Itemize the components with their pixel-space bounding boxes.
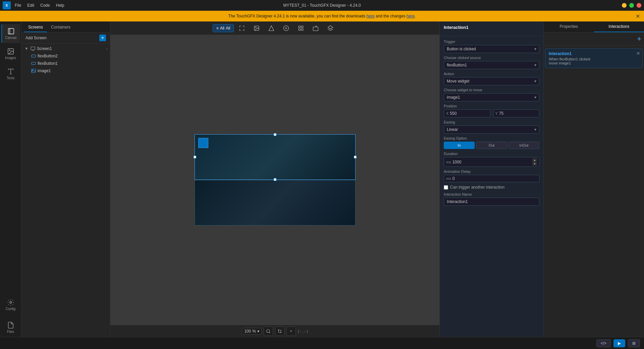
layer-icon [327, 25, 333, 31]
toolbar-layer[interactable] [324, 23, 337, 33]
svg-rect-19 [302, 29, 303, 30]
duration-stepper: ▲ ▼ [532, 158, 537, 165]
terminal-button[interactable]: ⊞ [628, 339, 640, 347]
play-button[interactable]: ▶ [613, 339, 625, 347]
interaction-name-input[interactable] [444, 198, 539, 206]
screen-panel: Screens Containers Add Screen + ▼ Screen… [21, 21, 110, 337]
easing-inout-button[interactable]: InOut [508, 142, 539, 149]
screen-panel-add: Add Screen + [21, 33, 110, 44]
sidebar-item-canvas[interactable]: Canvas [1, 24, 20, 43]
update-banner-close[interactable]: ✕ [636, 13, 640, 19]
sidebar-item-files[interactable]: Files [1, 318, 20, 337]
screen1-arrow: › [106, 47, 107, 51]
right-interactions-container: + Interaction1 When flexButton1 clicked … [544, 33, 644, 337]
widget-select[interactable]: image1 ▾ [444, 93, 539, 101]
bottom-toolbar: </> ▶ ⊞ [0, 337, 644, 349]
svg-marker-15 [269, 26, 274, 31]
canvas-button-widget[interactable] [198, 138, 208, 148]
action-select[interactable]: Move widget ▾ [444, 77, 539, 85]
canvas-screen-top[interactable] [195, 134, 356, 180]
canvas-content[interactable] [110, 35, 439, 325]
update-text: The TouchGFX Designer 4.24.1 is now avai… [228, 14, 366, 18]
code-button[interactable]: </> [596, 339, 611, 347]
trigger-value: Button is clicked [447, 47, 476, 51]
flex-icon [239, 25, 245, 31]
right-interactions-body: Interaction1 When flexButton1 clicked mo… [544, 46, 644, 337]
source-label: Choose clicked source [444, 56, 539, 60]
easing-select[interactable]: Linear ▾ [444, 126, 539, 134]
source-select[interactable]: flexButton1 ▾ [444, 61, 539, 69]
action-group: Action Move widget ▾ [444, 72, 539, 85]
toolbar-container[interactable] [309, 23, 322, 33]
texts-label: Texts [7, 76, 14, 80]
toolbar-widget[interactable] [294, 23, 308, 33]
zoom-dropdown-icon[interactable]: ▾ [257, 329, 259, 334]
sidebar-item-config[interactable]: Config [1, 295, 20, 314]
position-inputs: X Y [444, 109, 539, 117]
position-group: Position X Y [444, 104, 539, 117]
flexbutton2-label: flexButton2 [38, 54, 107, 58]
duration-input[interactable] [452, 160, 473, 164]
update-link-2[interactable]: here [407, 14, 415, 18]
trigger-select[interactable]: Button is clicked ▾ [444, 45, 539, 53]
tree-expand-screen1[interactable]: ▼ [24, 46, 29, 51]
toolbar-all[interactable]: ≡ All All [213, 24, 234, 32]
duration-down[interactable]: ▼ [532, 162, 537, 165]
menu-help[interactable]: Help [53, 2, 67, 9]
canvas-toolbar: ≡ All All [110, 21, 439, 35]
minimize-button[interactable] [622, 3, 627, 8]
tab-screens[interactable]: Screens [24, 23, 47, 32]
can-trigger-checkbox[interactable] [444, 185, 448, 190]
action-arrow: ▾ [534, 79, 536, 84]
image-tree-icon [31, 68, 36, 73]
play-icon: ▶ [618, 341, 621, 346]
add-interaction-button[interactable]: + [637, 35, 641, 43]
interaction-card-1[interactable]: Interaction1 When flexButton1 clicked mo… [545, 48, 643, 68]
tab-interactions[interactable]: Interactions [594, 21, 644, 32]
add-screen-button[interactable]: + [99, 35, 106, 41]
tree-item-flexbutton1[interactable]: flexButton1 [21, 60, 110, 67]
position-label: Position [444, 104, 539, 108]
easing-out-button[interactable]: Out [476, 142, 507, 149]
interaction-card-close[interactable]: ✕ [636, 51, 640, 56]
tab-properties[interactable]: Properties [544, 21, 594, 32]
update-link-1[interactable]: here [367, 14, 375, 18]
toolbar-paint[interactable] [279, 23, 293, 33]
close-button[interactable] [637, 3, 641, 8]
interaction-card-desc-2: move image1 [549, 61, 639, 65]
anim-delay-input[interactable] [452, 176, 473, 181]
easing-in-button[interactable]: In [444, 142, 475, 149]
y-input[interactable] [499, 111, 516, 116]
menu-file[interactable]: File [12, 2, 24, 9]
x-input[interactable] [450, 111, 467, 116]
tree-item-screen1[interactable]: ▼ Screen1 › [21, 45, 110, 52]
tree-item-flexbutton2[interactable]: flexButton2 [21, 52, 110, 60]
toolbar-flex[interactable] [235, 23, 249, 33]
right-interactions-header: + [544, 33, 644, 46]
zoom-control[interactable]: 100 % ▾ [242, 328, 262, 335]
tab-containers[interactable]: Containers [47, 23, 74, 32]
duration-up[interactable]: ▲ [532, 158, 537, 162]
app-logo: X [3, 1, 11, 9]
add-screen-label: Add Screen [25, 36, 47, 40]
crop-button[interactable] [275, 327, 284, 336]
toolbar-image[interactable] [250, 23, 263, 33]
crop-icon [277, 329, 282, 334]
anim-delay-group: Animation Delay ms [444, 169, 539, 182]
menu-code[interactable]: Code [38, 2, 53, 9]
files-label: Files [7, 330, 14, 334]
terminal-icon: ⊞ [632, 341, 636, 346]
canvas-screen-bottom[interactable] [195, 180, 356, 226]
title-bar: X File Edit Code Help MYTEST_01 - TouchG… [0, 0, 644, 11]
interaction-card-title: Interaction1 [549, 51, 639, 56]
menu-edit[interactable]: Edit [24, 2, 37, 9]
duration-input-wrapper: ms ▲ ▼ [444, 157, 539, 167]
source-arrow: ▾ [534, 63, 536, 67]
toolbar-shape[interactable] [265, 23, 278, 33]
maximize-button[interactable] [629, 3, 634, 8]
add-canvas-button[interactable]: + [286, 327, 296, 336]
sidebar-item-texts[interactable]: Texts [1, 64, 20, 83]
fit-screen-button[interactable] [264, 327, 273, 336]
tree-item-image1[interactable]: image1 [21, 67, 110, 74]
sidebar-item-images[interactable]: Images [1, 44, 20, 63]
